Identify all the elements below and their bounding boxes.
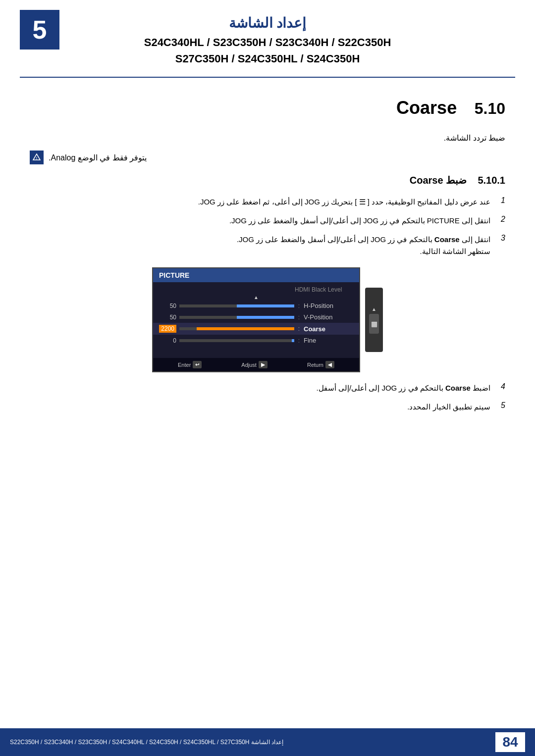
footer-models: إعداد الشاشة S22C350H / S23C340H / S23C3… <box>10 739 283 746</box>
step-text-5: سيتم تطبيق الخيار المحدد. <box>407 401 490 413</box>
step-item: 4 اضبط Coarse بالتحكم في زر JOG إلى أعلى… <box>30 382 505 394</box>
menu-item-label: H-Position <box>304 302 353 309</box>
menu-item-vposition: V-Position : 50 <box>153 311 359 323</box>
section-title-en: Coarse <box>396 98 457 118</box>
menu-item-fine: Fine : 0 <box>153 335 359 346</box>
menu-item-name: HDMI Black Level <box>295 286 344 293</box>
section-title: Coarse 5.10 <box>30 98 505 118</box>
menu-items-list: HDMI Black Level ▲ H-Position : 50 <box>153 282 359 358</box>
bar-fill <box>237 316 294 319</box>
menu-item-label: V-Position <box>304 313 353 321</box>
step-text-1: عند عرض دليل المفاتيح الوظيفية، حدد [ ☰ … <box>198 196 490 208</box>
menu-item-label: Coarse <box>304 325 353 333</box>
menu-item-coarse: Coarse : 2200 <box>153 323 359 335</box>
step-number-1: 1 <box>495 196 505 205</box>
step-item: 3 انتقل إلى Coarse بالتحكم في زر JOG إلى… <box>30 234 505 257</box>
menu-title: PICTURE <box>153 268 359 282</box>
bar-container: 0 <box>159 337 294 344</box>
menu-item-hdmi: HDMI Black Level <box>153 284 359 295</box>
step-item: 1 عند عرض دليل المفاتيح الوظيفية، حدد [ … <box>30 196 505 208</box>
step-item: 5 سيتم تطبيق الخيار المحدد. <box>30 401 505 413</box>
note-text: يتوفر فقط في الوضع Analog. <box>49 153 147 162</box>
menu-value: 50 <box>159 314 176 321</box>
chapter-number: 5 <box>20 10 59 50</box>
bar-fill-highlight <box>197 327 294 330</box>
page-header: 5 إعداد الشاشة S24C340HL / S23C350H / S2… <box>0 0 535 77</box>
bar-container: 50 <box>159 314 294 321</box>
menu-value: 0 <box>159 337 176 344</box>
bar-container: 50 <box>159 302 294 309</box>
footer-btn-enter: ↩ Enter <box>178 361 202 368</box>
page-number: 84 <box>495 732 525 752</box>
step-text-3: انتقل إلى Coarse بالتحكم في زر JOG إلى أ… <box>237 234 490 257</box>
monitor-screen: PICTURE HDMI Black Level ▲ H-Position : <box>152 267 360 372</box>
bar-track <box>179 304 294 307</box>
section-description: ضبط تردد الشاشة. <box>30 133 505 143</box>
footer-btn-adjust: ▶ Adjust <box>241 361 268 368</box>
step-number-4: 4 <box>495 382 505 391</box>
menu-footer: ◀ Return ▶ Adjust ↩ Enter <box>153 358 359 371</box>
footer-btn-return: ◀ Return <box>307 361 334 368</box>
bar-track <box>179 339 294 342</box>
step-item: 2 انتقل إلى PICTURE بالتحكم في زر JOG إل… <box>30 215 505 227</box>
menu-item-label: Fine <box>304 337 353 344</box>
page-footer: 84 إعداد الشاشة S22C350H / S23C340H / S2… <box>0 728 535 756</box>
return-icon: ◀ <box>325 361 334 368</box>
bar-fill <box>237 304 294 307</box>
return-label: Return <box>307 362 323 368</box>
steps-list-continued: 4 اضبط Coarse بالتحكم في زر JOG إلى أعلى… <box>30 382 505 413</box>
note-box: يتوفر فقط في الوضع Analog. ! <box>30 151 505 164</box>
step-number-3: 3 <box>495 234 505 243</box>
section-number: 5.10 <box>475 100 505 117</box>
model-list: S24C340HL / S23C350H / S23C340H / S22C35… <box>20 34 515 67</box>
chapter-title-arabic: إعداد الشاشة <box>20 15 515 31</box>
menu-value: 50 <box>159 302 176 309</box>
bar-container: 2200 <box>159 325 294 333</box>
adjust-icon: ▶ <box>259 361 268 368</box>
menu-value-coarse: 2200 <box>159 325 176 333</box>
bar-track <box>179 327 294 330</box>
step-number-5: 5 <box>495 401 505 410</box>
menu-screen-container: ▲ ▦ PICTURE HDMI Black Level ▲ <box>30 267 505 372</box>
enter-icon: ↩ <box>193 361 202 368</box>
note-icon: ! <box>30 151 44 164</box>
main-content: Coarse 5.10 ضبط تردد الشاشة. يتوفر فقط ف… <box>0 83 535 430</box>
sub-section-title: 5.10.1 ضبط Coarse <box>30 174 505 186</box>
adjust-label: Adjust <box>241 362 257 368</box>
bar-track <box>179 316 294 319</box>
steps-list: 1 عند عرض دليل المفاتيح الوظيفية، حدد [ … <box>30 196 505 257</box>
step-text-4: اضبط Coarse بالتحكم في زر JOG إلى أعلى/إ… <box>317 382 490 394</box>
step-number-2: 2 <box>495 215 505 224</box>
step-text-2: انتقل إلى PICTURE بالتحكم في زر JOG إلى … <box>229 215 490 227</box>
svg-text:!: ! <box>36 156 37 160</box>
bar-fill <box>292 339 294 342</box>
header-divider <box>20 77 515 78</box>
enter-label: Enter <box>178 362 191 368</box>
menu-item-hposition: H-Position : 50 <box>153 300 359 311</box>
